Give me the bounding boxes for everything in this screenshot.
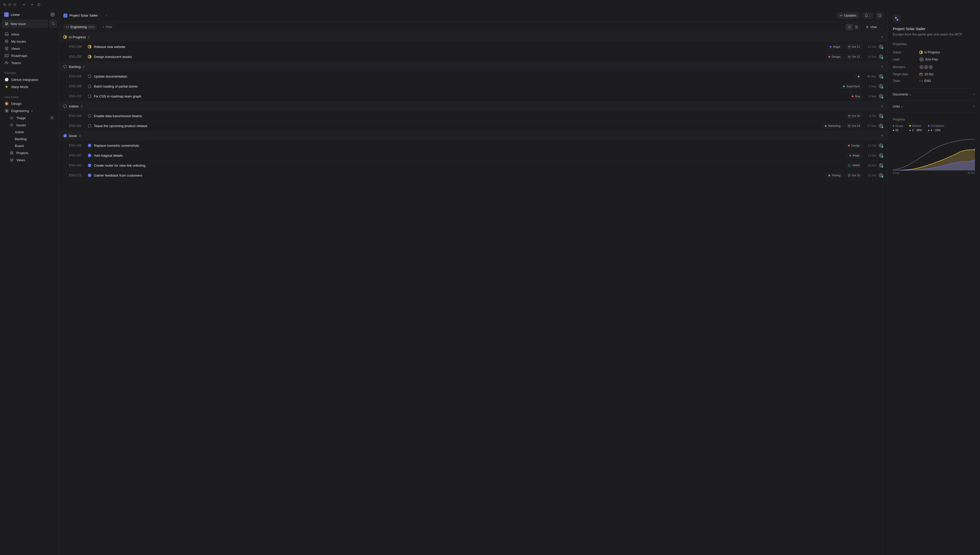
new-issue-button[interactable]: New issue (2, 20, 48, 27)
status-icon[interactable] (88, 114, 91, 118)
history-button[interactable] (36, 2, 42, 8)
assignee-avatar[interactable] (879, 163, 883, 168)
issue-tag[interactable]: Marketing (823, 124, 843, 128)
team-sub-active[interactable]: Active (2, 128, 57, 135)
assignee-avatar[interactable] (879, 173, 883, 178)
status-icon[interactable] (88, 55, 91, 58)
team-item-design[interactable]: 🎨 Design (2, 100, 57, 107)
favorite-item-warp[interactable]: Warp Mode (2, 83, 57, 90)
issue-row[interactable]: ⋯ENG-250Design translucent assetsDesignO… (59, 52, 887, 62)
team-sub-issues[interactable]: Issues (2, 122, 57, 128)
group-header[interactable]: In Progress2+ (59, 32, 887, 42)
prop-target-date[interactable]: Target date 19 Oct (893, 71, 975, 78)
issue-tag[interactable]: Bug (849, 94, 862, 98)
notifications-button[interactable]: ⌄ (862, 13, 873, 19)
view-options-button[interactable]: View ⌄ (863, 24, 883, 30)
board-view-button[interactable] (853, 24, 860, 30)
sidebar-item-inbox[interactable]: Inbox (2, 30, 57, 38)
toggle-sidebar-button[interactable] (876, 12, 883, 19)
issue-tag[interactable]: Magic (847, 153, 862, 158)
prop-lead[interactable]: Lead Erin Frey (893, 56, 975, 63)
favorite-item-github[interactable]: GitHub Integration (2, 76, 57, 83)
sidebar-item-roadmaps[interactable]: Roadmaps (2, 52, 57, 59)
assignee-avatar[interactable] (879, 55, 883, 59)
sidebar-item-teams[interactable]: Teams (2, 59, 57, 66)
list-view-button[interactable] (846, 24, 853, 30)
assignee-avatar[interactable] (879, 84, 883, 88)
status-icon[interactable] (88, 95, 91, 98)
filter-chip-team[interactable]: Engineering 89% (63, 24, 97, 30)
date-chip[interactable]: Oct 20 (845, 114, 862, 118)
issue-row[interactable]: ⋯ENG-028Update documentation30 Sep (59, 71, 887, 82)
date-chip[interactable]: Oct 12 (845, 55, 862, 59)
group-header[interactable]: Backlog3+ (59, 62, 887, 71)
sidebar-item-views[interactable]: Views (2, 45, 57, 52)
status-icon[interactable] (88, 164, 91, 167)
team-sub-triage[interactable]: Triage 2 (2, 114, 57, 122)
issue-tag[interactable]: SuperSync (840, 84, 862, 88)
assignee-avatar[interactable] (879, 44, 883, 49)
assignee-avatar[interactable] (879, 74, 883, 79)
sidebar-item-my-issues[interactable]: My issues (2, 38, 57, 45)
team-sub-projects[interactable]: Projects (2, 149, 57, 156)
prop-members[interactable]: Members (893, 63, 975, 71)
add-filter-button[interactable]: + Filter (99, 24, 115, 30)
team-sub-backlog[interactable]: Backlog (2, 135, 57, 143)
search-button[interactable] (49, 20, 57, 27)
status-icon[interactable] (88, 173, 91, 177)
team-sub-views[interactable]: Views (2, 156, 57, 164)
nav-back-button[interactable] (21, 2, 27, 8)
team-sub-board[interactable]: Board (2, 143, 57, 149)
status-icon[interactable] (88, 154, 91, 157)
prop-status[interactable]: Status In Progress (893, 49, 975, 56)
add-issue-button[interactable]: + (881, 133, 883, 138)
issue-tag[interactable]: Design (846, 143, 862, 148)
issue-tag[interactable]: Magic (828, 44, 843, 49)
add-issue-button[interactable]: + (881, 64, 883, 69)
status-icon[interactable] (88, 85, 91, 88)
assignee-avatar[interactable] (879, 143, 883, 148)
add-document-button[interactable]: + (973, 93, 975, 96)
add-issue-button[interactable]: + (881, 104, 883, 109)
date-chip[interactable]: Oct 19 (845, 124, 862, 128)
prop-team[interactable]: Team ENG (893, 78, 975, 84)
links-section[interactable]: Links ▸ + (893, 104, 975, 108)
documents-section[interactable]: Documents ▸ + (893, 93, 975, 96)
issue-row[interactable]: ⋯ENG-248Release new websiteMagicOct 1212… (59, 42, 887, 52)
issue-row[interactable]: ⋯ENG-344Enable data transmission beamsOc… (59, 111, 887, 121)
assignee-avatar[interactable] (879, 124, 883, 128)
assignee-avatar[interactable] (879, 153, 883, 158)
pr-tag[interactable]: #8992 (845, 163, 862, 168)
add-issue-button[interactable]: + (881, 35, 883, 39)
date-chip[interactable]: Oct 12 (845, 44, 862, 49)
status-icon[interactable] (88, 74, 91, 78)
issue-tag[interactable]: Design (826, 55, 843, 59)
status-icon[interactable] (88, 45, 91, 48)
favorite-star-button[interactable]: ☆ (105, 13, 108, 18)
issue-row[interactable]: ⋯ENG-220Gather feedback from customersTe… (59, 170, 887, 180)
issue-row[interactable]: ⋯ENG-247Add magical detailsMagic11 Oct (59, 151, 887, 160)
issue-tag[interactable]: Testing (826, 173, 843, 178)
assignee-avatar[interactable] (879, 94, 883, 98)
workspace-switcher[interactable]: Linear (2, 11, 57, 18)
issue-row[interactable]: ⋯ENG-199Batch loading of partial storesS… (59, 82, 887, 91)
nav-forward-button[interactable] (29, 2, 35, 8)
status-icon[interactable] (88, 144, 91, 147)
assignee-avatar[interactable] (879, 114, 883, 118)
issue-row[interactable]: ⋯ENG-402Tease the upcoming product relea… (59, 121, 887, 131)
date-chip[interactable]: Oct 25 (845, 173, 862, 178)
group-header[interactable]: Icebox2+ (59, 101, 887, 111)
milestone-tag[interactable] (855, 74, 862, 79)
issue-row[interactable]: ⋯ENG-241Create router for view link unfu… (59, 160, 887, 170)
updates-button[interactable]: Updates (837, 12, 859, 19)
team-item-engineering[interactable]: ⚙ Engineering ▾ (2, 107, 57, 114)
issue-row[interactable]: ⋯ENG-249Replace isometric screenshotsDes… (59, 141, 887, 151)
status-icon[interactable] (88, 124, 91, 128)
issue-row[interactable]: ⋯ENG-201Fix CSS in roadmap team graphBug… (59, 91, 887, 101)
group-header[interactable]: Done4+ (59, 131, 887, 141)
breadcrumb[interactable]: Project Solar Sailer ⌄ (63, 13, 102, 18)
add-link-button[interactable]: + (973, 104, 975, 108)
chevron-down-icon[interactable]: ⌄ (100, 14, 102, 17)
user-avatar[interactable] (50, 12, 55, 17)
window-controls[interactable] (3, 3, 16, 6)
